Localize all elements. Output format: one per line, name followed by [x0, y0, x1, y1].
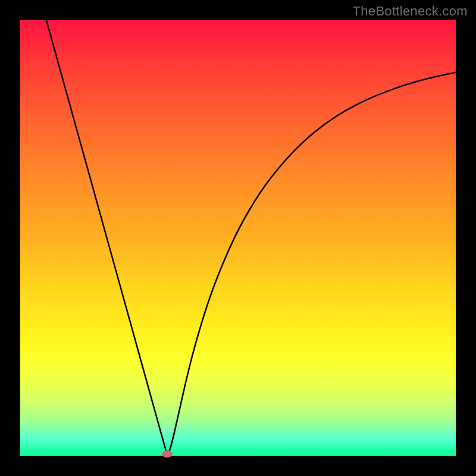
plot-area: [20, 20, 456, 456]
minimum-marker: [162, 450, 173, 458]
bottleneck-curve: [20, 20, 456, 456]
watermark-text: TheBottleneck.com: [353, 4, 468, 19]
chart-frame: TheBottleneck.com: [0, 0, 476, 476]
